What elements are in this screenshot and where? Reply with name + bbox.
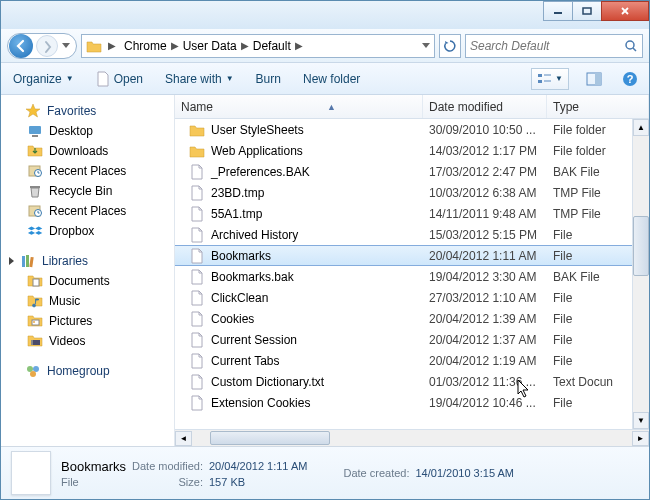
breadcrumb-chrome[interactable]: Chrome xyxy=(122,39,169,53)
details-filetype: File xyxy=(61,476,126,488)
file-row[interactable]: Bookmarks.bak19/04/2012 3:30 AMBAK File xyxy=(175,266,649,287)
chevron-right-icon[interactable]: ▶ xyxy=(108,40,116,51)
file-icon xyxy=(189,353,205,369)
column-type[interactable]: Type xyxy=(547,95,649,118)
column-name[interactable]: Name▲ xyxy=(175,95,423,118)
file-row[interactable]: Web Applications14/03/2012 1:17 PMFile f… xyxy=(175,140,649,161)
search-input[interactable] xyxy=(470,39,624,53)
scroll-right-button[interactable]: ► xyxy=(632,431,649,446)
sidebar-item-recent-places[interactable]: Recent Places xyxy=(1,201,174,221)
column-date[interactable]: Date modified xyxy=(423,95,547,118)
history-dropdown[interactable] xyxy=(60,43,72,48)
scroll-thumb[interactable] xyxy=(210,431,330,445)
downloads-icon xyxy=(27,143,43,159)
file-row[interactable]: Extension Cookies19/04/2012 10:46 ...Fil… xyxy=(175,392,649,413)
scroll-left-button[interactable]: ◄ xyxy=(175,431,192,446)
breadcrumb-default[interactable]: Default xyxy=(251,39,293,53)
nav-history xyxy=(7,33,77,59)
scroll-up-button[interactable]: ▲ xyxy=(633,119,649,136)
sidebar-item-recent-places[interactable]: Recent Places xyxy=(1,161,174,181)
sidebar-item-music[interactable]: Music xyxy=(1,291,174,311)
newfolder-button[interactable]: New folder xyxy=(299,70,364,88)
horizontal-scrollbar[interactable]: ◄ ► xyxy=(175,429,649,446)
sidebar-libraries-label: Libraries xyxy=(42,254,88,268)
file-row[interactable]: Current Session20/04/2012 1:37 AMFile xyxy=(175,329,649,350)
file-name: Archived History xyxy=(211,228,298,242)
file-date: 17/03/2012 2:47 PM xyxy=(423,165,547,179)
address-bar[interactable]: ▶ Chrome▶User Data▶Default▶ xyxy=(81,34,435,58)
organize-button[interactable]: Organize ▼ xyxy=(9,70,78,88)
sidebar-item-downloads[interactable]: Downloads xyxy=(1,141,174,161)
forward-button[interactable] xyxy=(34,34,60,58)
sidebar-item-dropbox[interactable]: Dropbox xyxy=(1,221,174,241)
scroll-down-button[interactable]: ▼ xyxy=(633,412,649,429)
music-icon xyxy=(27,293,43,309)
sidebar-item-label: Pictures xyxy=(49,314,92,328)
share-button[interactable]: Share with ▼ xyxy=(161,70,238,88)
file-date: 20/04/2012 1:11 AM xyxy=(423,249,547,263)
file-row[interactable]: _Preferences.BAK17/03/2012 2:47 PMBAK Fi… xyxy=(175,161,649,182)
file-date: 01/03/2012 11:36 ... xyxy=(423,375,547,389)
close-button[interactable] xyxy=(601,1,649,21)
sidebar-header-favorites[interactable]: Favorites xyxy=(1,101,174,121)
file-icon xyxy=(96,71,110,87)
file-date: 19/04/2012 10:46 ... xyxy=(423,396,547,410)
desktop-icon xyxy=(27,123,43,139)
svg-text:?: ? xyxy=(627,73,634,85)
star-icon xyxy=(25,103,41,119)
svg-line-5 xyxy=(633,48,636,51)
file-date: 14/11/2011 9:48 AM xyxy=(423,207,547,221)
sidebar-item-label: Recycle Bin xyxy=(49,184,112,198)
file-icon xyxy=(189,311,205,327)
chevron-right-icon[interactable]: ▶ xyxy=(241,40,249,51)
sidebar-item-desktop[interactable]: Desktop xyxy=(1,121,174,141)
file-name: 55A1.tmp xyxy=(211,207,262,221)
sidebar-item-videos[interactable]: Videos xyxy=(1,331,174,351)
sidebar-item-documents[interactable]: Documents xyxy=(1,271,174,291)
file-icon xyxy=(189,332,205,348)
file-row[interactable]: Current Tabs20/04/2012 1:19 AMFile xyxy=(175,350,649,371)
file-row[interactable]: ClickClean27/03/2012 1:10 AMFile xyxy=(175,287,649,308)
titlebar[interactable] xyxy=(1,1,649,29)
file-list[interactable]: User StyleSheets30/09/2010 10:50 ...File… xyxy=(175,119,649,429)
vertical-scrollbar[interactable]: ▲ ▼ xyxy=(632,119,649,429)
file-icon xyxy=(189,206,205,222)
file-row[interactable]: Custom Dictionary.txt01/03/2012 11:36 ..… xyxy=(175,371,649,392)
file-row[interactable]: Archived History15/03/2012 5:15 PMFile xyxy=(175,224,649,245)
pictures-icon xyxy=(27,313,43,329)
maximize-button[interactable] xyxy=(572,1,602,21)
help-button[interactable]: ? xyxy=(619,68,641,90)
svg-point-31 xyxy=(30,371,36,377)
chevron-right-icon[interactable]: ▶ xyxy=(171,40,179,51)
file-name: Custom Dictionary.txt xyxy=(211,375,324,389)
sidebar-header-libraries[interactable]: Libraries xyxy=(1,251,174,271)
svg-rect-6 xyxy=(538,74,542,77)
file-row[interactable]: 23BD.tmp10/03/2012 6:38 AMTMP File xyxy=(175,182,649,203)
search-box[interactable] xyxy=(465,34,643,58)
address-dropdown-icon[interactable] xyxy=(422,43,430,48)
details-filename: Bookmarks xyxy=(61,459,126,474)
file-icon xyxy=(189,395,205,411)
svg-rect-18 xyxy=(30,186,40,188)
scroll-thumb[interactable] xyxy=(633,216,649,276)
preview-pane-button[interactable] xyxy=(583,68,605,90)
file-row[interactable]: 55A1.tmp14/11/2011 9:48 AMTMP File xyxy=(175,203,649,224)
file-row[interactable]: Cookies20/04/2012 1:39 AMFile xyxy=(175,308,649,329)
open-button[interactable]: Open xyxy=(92,69,147,89)
file-row[interactable]: User StyleSheets30/09/2010 10:50 ...File… xyxy=(175,119,649,140)
file-row[interactable]: Bookmarks20/04/2012 1:11 AMFile xyxy=(175,245,649,266)
burn-button[interactable]: Burn xyxy=(252,70,285,88)
folder-icon xyxy=(189,122,205,138)
sidebar-item-pictures[interactable]: Pictures xyxy=(1,311,174,331)
sort-indicator-icon: ▲ xyxy=(327,102,336,112)
breadcrumb-user-data[interactable]: User Data xyxy=(181,39,239,53)
chevron-right-icon[interactable]: ▶ xyxy=(295,40,303,51)
sidebar-item-homegroup[interactable]: Homegroup xyxy=(1,361,174,381)
homegroup-icon xyxy=(25,363,41,379)
refresh-button[interactable] xyxy=(439,34,461,58)
back-button[interactable] xyxy=(8,34,34,58)
sidebar-item-label: Music xyxy=(49,294,80,308)
view-options-button[interactable]: ▼ xyxy=(531,68,569,90)
minimize-button[interactable] xyxy=(543,1,573,21)
sidebar-item-recycle-bin[interactable]: Recycle Bin xyxy=(1,181,174,201)
